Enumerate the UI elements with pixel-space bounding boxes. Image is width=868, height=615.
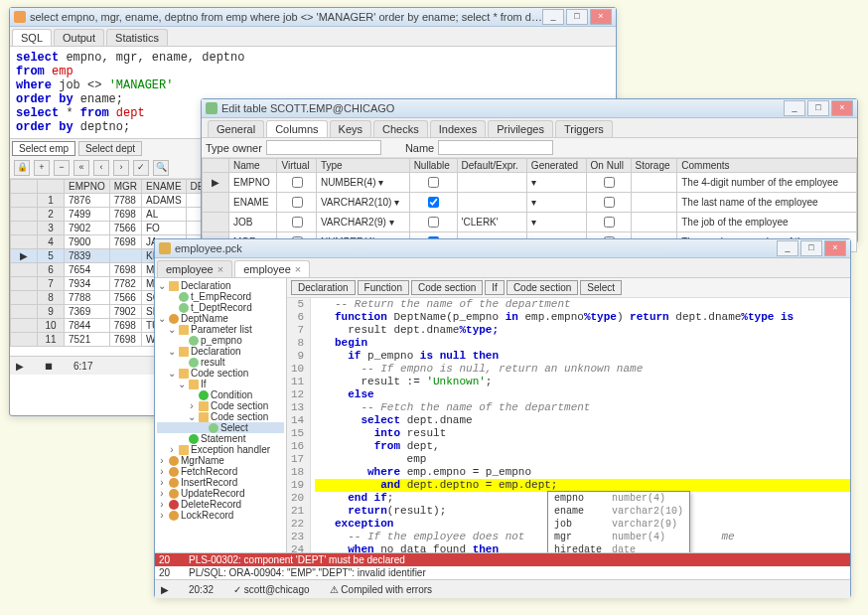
minimize-button[interactable]: _ <box>777 240 798 256</box>
maximize-button[interactable]: □ <box>566 9 588 25</box>
tree-node-code-section[interactable]: ⌄Code section <box>157 411 284 422</box>
type-owner-label: Type owner <box>206 142 262 154</box>
virtual-checkbox[interactable] <box>292 217 303 228</box>
tree-node-deleterecord[interactable]: ›DeleteRecord <box>157 499 284 510</box>
tree-node-t_emprecord[interactable]: t_EmpRecord <box>157 291 284 302</box>
stop-icon[interactable]: ⏹ <box>44 361 54 372</box>
minimize-button[interactable]: _ <box>542 9 564 25</box>
next-button[interactable]: › <box>113 160 129 176</box>
nullable-checkbox[interactable] <box>428 217 439 228</box>
file-tab-employee-2[interactable]: employee× <box>234 260 310 277</box>
add-row-button[interactable]: + <box>34 160 50 176</box>
table-row[interactable]: 274997698AL <box>11 208 216 222</box>
maximize-button[interactable]: □ <box>807 100 829 116</box>
tree-node-code-section[interactable]: ›Code section <box>157 400 284 411</box>
table-row[interactable]: 178767788ADAMS <box>11 194 216 208</box>
tree-node-insertrecord[interactable]: ›InsertRecord <box>157 477 284 488</box>
tab-triggers[interactable]: Triggers <box>555 120 613 137</box>
virtual-checkbox[interactable] <box>292 177 303 188</box>
close-button[interactable]: × <box>824 240 846 256</box>
onnull-checkbox[interactable] <box>604 217 615 228</box>
tree-node-deptname[interactable]: ⌄DeptName <box>157 313 284 324</box>
search-icon[interactable]: 🔍 <box>153 160 169 176</box>
code-tree[interactable]: ⌄Declarationt_EmpRecordt_DeptRecord⌄Dept… <box>155 278 287 552</box>
tree-node-t_deptrecord[interactable]: t_DeptRecord <box>157 302 284 313</box>
close-icon[interactable]: × <box>295 263 301 275</box>
close-button[interactable]: × <box>831 100 853 116</box>
autocomplete-item[interactable]: enamevarchar2(10) <box>548 505 689 518</box>
error-panel[interactable]: 20PLS-00302: component 'DEPT' must be de… <box>155 552 850 579</box>
lock-icon[interactable]: 🔒 <box>14 160 30 176</box>
edit-table-titlebar[interactable]: Edit table SCOTT.EMP@CHICAGO _ □ × <box>202 99 857 118</box>
tab-indexes[interactable]: Indexes <box>430 120 487 137</box>
code-titlebar[interactable]: employee.pck _ □ × <box>155 239 850 258</box>
autocomplete-item[interactable]: empnonumber(4) <box>548 492 689 505</box>
error-row[interactable]: 20PLS-00302: component 'DEPT' must be de… <box>155 553 850 566</box>
autocomplete-item[interactable]: jobvarchar2(9) <box>548 518 689 531</box>
onnull-checkbox[interactable] <box>604 197 615 208</box>
tree-node-lockrecord[interactable]: ›LockRecord <box>157 510 284 521</box>
tree-node-parameter-list[interactable]: ⌄Parameter list <box>157 324 284 335</box>
close-button[interactable]: × <box>590 9 612 25</box>
table-row[interactable]: JOBVARCHAR2(9) ▾'CLERK' ▾The job of the … <box>203 213 857 232</box>
tab-columns[interactable]: Columns <box>266 120 327 137</box>
onnull-checkbox[interactable] <box>604 177 615 188</box>
prev-button[interactable]: ‹ <box>93 160 109 176</box>
tree-node-declaration[interactable]: ⌄Declaration <box>157 280 284 291</box>
section-select[interactable]: Select <box>580 280 622 295</box>
section-if[interactable]: If <box>485 280 505 295</box>
code-editor[interactable]: 567891011121314151617181920212223242526 … <box>287 298 850 552</box>
edit-table-window: Edit table SCOTT.EMP@CHICAGO _ □ × Gener… <box>201 98 858 243</box>
sql-window-titlebar[interactable]: select empno, mgr, ename, deptno from em… <box>10 8 616 27</box>
subtab-select-dept[interactable]: Select dept <box>78 141 142 156</box>
section-code-2[interactable]: Code section <box>506 280 578 295</box>
type-owner-input[interactable] <box>266 140 381 155</box>
name-input[interactable] <box>438 140 553 155</box>
table-row[interactable]: ▶EMPNONUMBER(4) ▾ ▾The 4-digit number of… <box>203 173 857 193</box>
minimize-button[interactable]: _ <box>784 100 805 116</box>
tree-node-mgrname[interactable]: ›MgrName <box>157 455 284 466</box>
tab-checks[interactable]: Checks <box>373 120 428 137</box>
file-tab-employee-1[interactable]: employee× <box>157 260 232 277</box>
sql-window-icon <box>14 11 26 23</box>
sql-window-title: select empno, mgr, ename, deptno from em… <box>30 11 542 23</box>
tab-privileges[interactable]: Privileges <box>488 120 553 137</box>
execute-icon[interactable]: ▶ <box>161 584 169 595</box>
tree-node-statement[interactable]: Statement <box>157 433 284 444</box>
tab-statistics[interactable]: Statistics <box>106 29 168 46</box>
autocomplete-item[interactable]: mgrnumber(4) <box>548 531 689 543</box>
tree-node-fetchrecord[interactable]: ›FetchRecord <box>157 466 284 477</box>
tree-node-updaterecord[interactable]: ›UpdateRecord <box>157 488 284 499</box>
tree-node-code-section[interactable]: ⌄Code section <box>157 368 284 379</box>
section-declaration[interactable]: Declaration <box>291 280 356 295</box>
first-button[interactable]: « <box>73 160 89 176</box>
tree-node-condition[interactable]: Condition <box>157 389 284 400</box>
tab-keys[interactable]: Keys <box>330 120 371 137</box>
table-row[interactable]: ENAMEVARCHAR2(10) ▾ ▾The last name of th… <box>203 193 857 213</box>
commit-button[interactable]: ✓ <box>133 160 149 176</box>
section-function[interactable]: Function <box>358 280 409 295</box>
nullable-checkbox[interactable] <box>428 197 439 208</box>
tab-sql[interactable]: SQL <box>12 29 52 46</box>
virtual-checkbox[interactable] <box>292 197 303 208</box>
tab-general[interactable]: General <box>208 120 264 137</box>
error-row[interactable]: 20PL/SQL: ORA-00904: "EMP"."DEPT": inval… <box>155 566 850 579</box>
status-compile: ⚠ Compiled with errors <box>330 584 432 595</box>
tree-node-select[interactable]: Select <box>157 422 284 433</box>
autocomplete-item[interactable]: hiredatedate <box>548 543 689 552</box>
table-row[interactable]: 379027566FO <box>11 222 216 235</box>
maximize-button[interactable]: □ <box>800 240 822 256</box>
tree-node-p_empno[interactable]: p_empno <box>157 335 284 346</box>
subtab-select-emp[interactable]: Select emp <box>12 141 75 156</box>
execute-icon[interactable]: ▶ <box>16 361 24 372</box>
tree-node-if[interactable]: ⌄If <box>157 379 284 389</box>
section-code-1[interactable]: Code section <box>411 280 483 295</box>
tab-output[interactable]: Output <box>54 29 104 46</box>
tree-node-result[interactable]: result <box>157 357 284 368</box>
tree-node-declaration[interactable]: ⌄Declaration <box>157 346 284 357</box>
nullable-checkbox[interactable] <box>428 177 439 188</box>
tree-node-exception-handler[interactable]: ›Exception handler <box>157 444 284 455</box>
delete-row-button[interactable]: − <box>54 160 70 176</box>
close-icon[interactable]: × <box>217 263 223 275</box>
autocomplete-popup[interactable]: empnonumber(4)enamevarchar2(10)jobvarcha… <box>547 491 690 552</box>
